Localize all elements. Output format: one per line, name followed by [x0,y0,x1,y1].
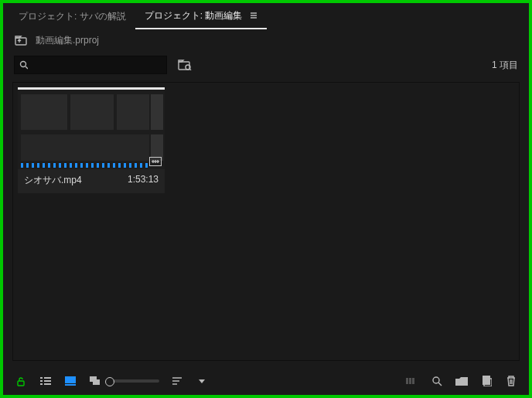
project-filename: 動画編集.prproj [36,34,99,47]
svg-point-1 [21,62,26,67]
new-item-button[interactable] [479,374,493,388]
svg-rect-10 [44,383,51,385]
search-row: 1 項目 [3,51,529,79]
svg-rect-12 [65,384,76,386]
search-input[interactable] [28,60,162,70]
project-bin[interactable]: シオサバ.mp4 1:53:13 [12,82,520,361]
clip-name: シオサバ.mp4 [24,174,82,187]
tab-label: プロジェクト: 動画編集 [145,9,243,22]
svg-rect-6 [44,377,51,379]
list-view-button[interactable] [39,374,53,388]
panel-tabs: プロジェクト: サバの解説 プロジェクト: 動画編集 [3,3,529,29]
search-icon [19,60,28,70]
tab-project-2[interactable]: プロジェクト: 動画編集 [135,3,268,29]
sort-dropdown[interactable] [195,374,209,388]
svg-rect-4 [18,381,24,386]
svg-rect-5 [40,377,43,379]
nav-up-icon[interactable] [14,33,28,47]
freeform-view-button[interactable] [88,374,102,388]
svg-rect-11 [65,376,76,383]
svg-rect-14 [93,379,100,385]
project-path-row: 動画編集.prproj [3,29,529,51]
clip-item[interactable]: シオサバ.mp4 1:53:13 [18,87,165,193]
zoom-slider[interactable] [113,379,159,383]
footer-toolbar [3,367,529,395]
clip-duration: 1:53:13 [128,174,159,187]
write-lock-toggle[interactable] [14,374,28,388]
video-badge-icon [149,157,162,166]
open-bin-button[interactable] [175,56,195,73]
item-count: 1 項目 [492,59,518,72]
automate-to-sequence-button[interactable] [405,374,419,388]
clip-meta: シオサバ.mp4 1:53:13 [18,169,165,193]
svg-rect-17 [412,378,414,384]
find-button[interactable] [430,374,444,388]
icon-view-button[interactable] [63,374,77,388]
svg-rect-15 [406,378,408,384]
tab-label: プロジェクト: サバの解説 [19,10,126,23]
svg-rect-7 [40,380,43,382]
clip-thumbnail [18,87,165,169]
svg-rect-9 [40,383,43,385]
svg-rect-8 [44,380,51,382]
panel-menu-icon[interactable] [250,12,257,19]
search-box[interactable] [14,56,167,74]
svg-rect-16 [409,378,411,384]
tab-project-1[interactable]: プロジェクト: サバの解説 [9,3,135,29]
svg-point-18 [433,377,439,383]
delete-button[interactable] [504,374,518,388]
sort-button[interactable] [170,374,184,388]
svg-rect-2 [179,62,189,70]
new-bin-button[interactable] [455,374,469,388]
svg-rect-19 [483,376,490,385]
svg-rect-0 [15,38,26,45]
